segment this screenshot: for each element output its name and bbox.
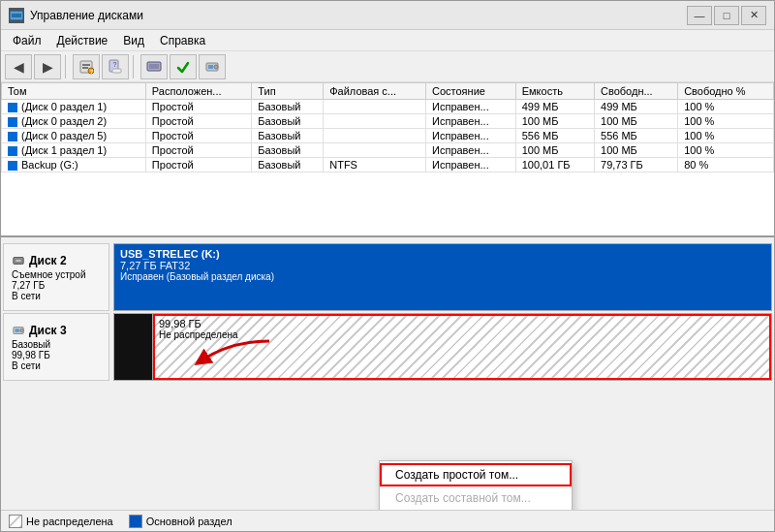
svg-text:?: ? [113, 61, 117, 68]
col-header-free-pct[interactable]: Свободно % [678, 83, 774, 100]
red-arrow-icon [182, 336, 279, 370]
disk2-title: Диск 2 [29, 254, 67, 267]
svg-text:?: ? [90, 68, 93, 74]
svg-point-14 [214, 65, 218, 69]
svg-rect-11 [149, 64, 159, 69]
col-header-free[interactable]: Свободн... [595, 83, 678, 100]
disk2-partition-name: USB_STRELEC (K:) [120, 248, 765, 260]
table-cell: Простой [145, 158, 251, 172]
col-header-tom[interactable]: Том [2, 83, 146, 100]
disk3-partitions: 99,98 ГБ Не распределена [113, 313, 772, 381]
ctx-create-composite: Создать составной том... [380, 486, 572, 510]
disk3-title: Диск 3 [29, 324, 67, 337]
toolbar-separator-1 [65, 55, 69, 78]
close-button[interactable]: ✕ [741, 6, 766, 25]
maximize-button[interactable]: □ [714, 6, 739, 25]
table-cell [324, 100, 426, 114]
table-cell: 499 МБ [515, 100, 594, 114]
table-cell [324, 114, 426, 129]
disk-view-button[interactable] [140, 54, 168, 79]
table-cell: 80 % [678, 158, 774, 172]
disk-visual-area[interactable]: Диск 2 Съемное устрой 7,27 ГБ В сети USB… [1, 237, 774, 510]
table-row[interactable]: (Диск 0 раздел 2)ПростойБазовыйИсправен.… [2, 114, 774, 129]
toolbar-separator-2 [133, 55, 137, 78]
disk3-partition-size: 99,98 ГБ [159, 318, 765, 329]
legend-color-unallocated [9, 515, 22, 528]
table-row[interactable]: Backup (G:)ПростойБазовыйNTFSИсправен...… [2, 158, 774, 172]
drive-button[interactable] [199, 54, 226, 79]
col-header-status[interactable]: Состояние [426, 83, 516, 100]
back-button[interactable]: ◀ [5, 54, 32, 79]
disk3-row: Диск 3 Базовый 99,98 ГБ В сети 99,98 ГБ … [1, 313, 774, 381]
legend-label-primary: Основной раздел [146, 516, 232, 527]
title-bar: Управление дисками — □ ✕ [1, 1, 774, 30]
col-header-location[interactable]: Расположен... [145, 83, 251, 100]
disk-table-area[interactable]: Том Расположен... Тип Файловая с... Сост… [1, 82, 774, 237]
table-row[interactable]: (Диск 0 раздел 5)ПростойБазовыйИсправен.… [2, 129, 774, 143]
disk3-type: Базовый [12, 339, 101, 350]
hdd-icon [12, 324, 25, 337]
disk3-partition-black[interactable] [114, 314, 153, 380]
table-cell: 100 МБ [595, 143, 678, 158]
table-row[interactable]: (Диск 1 раздел 1)ПростойБазовыйИсправен.… [2, 143, 774, 158]
disk3-partition-status: Не распределена [159, 329, 765, 340]
table-cell: Базовый [252, 129, 324, 143]
disk-indicator-icon [8, 103, 17, 112]
forward-button[interactable]: ▶ [34, 54, 61, 79]
table-cell: 100 МБ [515, 143, 594, 158]
table-cell: Исправен... [426, 114, 516, 129]
menu-file[interactable]: Файл [5, 32, 49, 49]
menu-action[interactable]: Действие [49, 32, 116, 49]
table-cell: Backup (G:) [2, 158, 146, 172]
table-cell: 100,01 ГБ [515, 158, 594, 172]
ctx-create-simple[interactable]: Создать простой том... [380, 463, 572, 486]
table-cell: (Диск 1 раздел 1) [2, 143, 146, 158]
window-icon [9, 8, 24, 23]
disk2-row: Диск 2 Съемное устрой 7,27 ГБ В сети USB… [1, 243, 774, 311]
table-cell: Базовый [252, 158, 324, 172]
context-menu: Создать простой том... Создать составной… [379, 460, 573, 510]
table-cell: 556 МБ [515, 129, 594, 143]
disk2-type: Съемное устрой [12, 269, 101, 280]
table-cell: NTFS [324, 158, 426, 172]
table-cell: 100 % [678, 100, 774, 114]
disk2-size: 7,27 ГБ [12, 280, 101, 291]
table-cell: 100 МБ [595, 114, 678, 129]
check-button[interactable] [170, 54, 197, 79]
main-content: Том Расположен... Тип Файловая с... Сост… [1, 82, 774, 531]
svg-rect-8 [112, 69, 121, 73]
disk2-partition1[interactable]: USB_STRELEC (K:) 7,27 ГБ FAT32 Исправен … [114, 244, 771, 310]
table-cell: Базовый [252, 100, 324, 114]
table-cell: Простой [145, 129, 251, 143]
help-button[interactable]: ? [102, 54, 129, 79]
disk-indicator-icon [8, 161, 17, 171]
properties-button[interactable]: ? [73, 54, 100, 79]
disk-indicator-icon [8, 132, 17, 141]
disk2-partitions: USB_STRELEC (K:) 7,27 ГБ FAT32 Исправен … [113, 243, 772, 311]
minimize-button[interactable]: — [687, 6, 712, 25]
window-title: Управление дисками [30, 9, 687, 22]
col-header-capacity[interactable]: Емкость [515, 83, 594, 100]
table-row[interactable]: (Диск 0 раздел 1)ПростойБазовыйИсправен.… [2, 100, 774, 114]
col-header-type[interactable]: Тип [252, 83, 324, 100]
disk3-partition-unallocated[interactable]: 99,98 ГБ Не распределена [153, 314, 771, 380]
disk2-label: Диск 2 Съемное устрой 7,27 ГБ В сети [3, 243, 109, 311]
table-cell: Исправен... [426, 100, 516, 114]
menu-view[interactable]: Вид [115, 32, 152, 49]
table-cell: (Диск 0 раздел 1) [2, 100, 146, 114]
legend-area: Не распределена Основной раздел [1, 510, 774, 531]
toolbar: ◀ ▶ ? ? [1, 51, 774, 82]
table-cell: 79,73 ГБ [595, 158, 678, 172]
usb-icon [12, 254, 25, 267]
table-cell: 100 % [678, 129, 774, 143]
col-header-fs[interactable]: Файловая с... [324, 83, 426, 100]
disk3-network: В сети [12, 360, 101, 371]
table-cell: Исправен... [426, 143, 516, 158]
svg-rect-13 [208, 65, 213, 69]
menu-help[interactable]: Справка [152, 32, 213, 49]
table-cell [324, 129, 426, 143]
table-cell: 100 МБ [515, 114, 594, 129]
legend-unallocated: Не распределена [9, 515, 113, 528]
disk3-label: Диск 3 Базовый 99,98 ГБ В сети [3, 313, 109, 381]
table-cell: 100 % [678, 143, 774, 158]
